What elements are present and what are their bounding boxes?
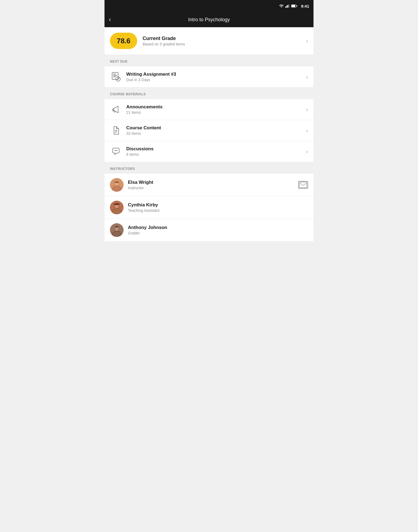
course-materials-header-text: COURSE MATERIALS — [110, 92, 146, 96]
course-content-title: Course Content — [126, 125, 302, 131]
svg-rect-7 — [297, 5, 297, 7]
instructor-elsa-row[interactable]: Elsa Wright Instructor — [104, 174, 314, 196]
discussions-row[interactable]: Discussions 8 Items › — [104, 141, 314, 162]
nav-bar: ‹ Intro to Psychology — [104, 12, 314, 27]
battery-icon — [291, 4, 297, 8]
instructors-section-header: INSTRUCTORS — [104, 162, 314, 174]
page-title: Intro to Psychology — [188, 17, 230, 23]
assignment-info: Writing Assignment #3 Due in 3 Days — [126, 72, 302, 82]
announcements-info: Announcements 21 Items — [126, 104, 302, 115]
svg-rect-14 — [115, 131, 117, 132]
course-content-subtitle: 33 Items — [126, 131, 302, 136]
discussions-title: Discussions — [126, 146, 302, 152]
grade-info: Current Grade Based on 5 graded items — [143, 36, 301, 46]
instructors-header-text: INSTRUCTORS — [110, 167, 135, 171]
status-bar: 9:41 — [104, 0, 314, 12]
svg-rect-4 — [288, 4, 289, 8]
announcements-title: Announcements — [126, 104, 302, 110]
back-button[interactable]: ‹ — [109, 16, 111, 23]
next-due-list: Writing Assignment #3 Due in 3 Days › — [104, 66, 314, 87]
signal-icon — [285, 4, 290, 8]
elsa-email-icon[interactable] — [298, 181, 308, 189]
assignment-title: Writing Assignment #3 — [126, 72, 302, 77]
grade-label: Current Grade — [143, 36, 301, 41]
course-content-icon — [110, 124, 122, 136]
anthony-info: Anthony Johnson Grader — [128, 225, 308, 235]
svg-rect-6 — [291, 5, 295, 7]
discussions-chevron-icon: › — [306, 148, 308, 155]
svg-rect-3 — [287, 5, 288, 8]
discussions-info: Discussions 8 Items — [126, 146, 302, 157]
svg-point-17 — [116, 150, 116, 151]
discussions-subtitle: 8 Items — [126, 152, 302, 157]
svg-rect-15 — [115, 132, 116, 133]
assignment-subtitle: Due in 3 Days — [126, 78, 302, 82]
svg-rect-13 — [115, 130, 117, 131]
svg-rect-24 — [300, 182, 307, 188]
svg-point-16 — [115, 150, 115, 151]
cynthia-name: Cynthia Kirby — [128, 202, 308, 208]
svg-rect-8 — [112, 72, 118, 80]
course-materials-list: Announcements 21 Items › Course Content … — [104, 99, 314, 162]
wifi-icon — [279, 4, 284, 8]
anthony-name: Anthony Johnson — [128, 225, 308, 230]
elsa-avatar — [110, 178, 124, 192]
instructor-anthony-row[interactable]: Anthony Johnson Grader — [104, 219, 314, 241]
writing-assignment-row[interactable]: Writing Assignment #3 Due in 3 Days › — [104, 66, 314, 87]
grade-value: 78.6 — [117, 37, 131, 45]
status-time: 9:41 — [301, 4, 309, 8]
course-materials-section-header: COURSE MATERIALS — [104, 87, 314, 99]
grade-sublabel: Based on 5 graded items — [143, 42, 301, 46]
main-content: 78.6 Current Grade Based on 5 graded ite… — [104, 27, 314, 252]
cynthia-avatar — [110, 201, 124, 214]
svg-rect-1 — [285, 7, 286, 8]
instructor-cynthia-row[interactable]: Cynthia Kirby Teaching Assistant — [104, 196, 314, 219]
assignment-icon — [110, 71, 122, 83]
announcements-subtitle: 21 Items — [126, 110, 302, 115]
announcements-icon — [110, 103, 122, 115]
svg-rect-11 — [113, 77, 116, 77]
svg-rect-2 — [286, 6, 287, 8]
next-due-header-text: NEXT DUE — [110, 60, 128, 63]
announcements-row[interactable]: Announcements 21 Items › — [104, 99, 314, 120]
announcements-chevron-icon: › — [306, 106, 308, 113]
next-due-section-header: NEXT DUE — [104, 54, 314, 66]
grade-badge: 78.6 — [110, 33, 137, 49]
svg-point-18 — [117, 150, 118, 151]
course-content-row[interactable]: Course Content 33 Items › — [104, 120, 314, 141]
elsa-name: Elsa Wright — [128, 180, 294, 185]
course-content-chevron-icon: › — [306, 127, 308, 134]
svg-point-0 — [281, 7, 282, 8]
assignment-chevron-icon: › — [306, 74, 308, 80]
grade-row[interactable]: 78.6 Current Grade Based on 5 graded ite… — [104, 27, 314, 54]
cynthia-role: Teaching Assistant — [128, 208, 308, 213]
discussions-icon — [110, 145, 122, 157]
svg-rect-9 — [113, 74, 116, 74]
bottom-spacer — [104, 241, 314, 252]
anthony-role: Grader — [128, 231, 308, 235]
cynthia-info: Cynthia Kirby Teaching Assistant — [128, 202, 308, 213]
elsa-role: Instructor — [128, 186, 294, 190]
anthony-avatar — [110, 223, 124, 237]
grade-chevron-icon: › — [306, 38, 308, 44]
instructors-list: Elsa Wright Instructor — [104, 174, 314, 241]
course-content-info: Course Content 33 Items — [126, 125, 302, 136]
svg-rect-10 — [113, 75, 117, 76]
elsa-info: Elsa Wright Instructor — [128, 180, 294, 190]
